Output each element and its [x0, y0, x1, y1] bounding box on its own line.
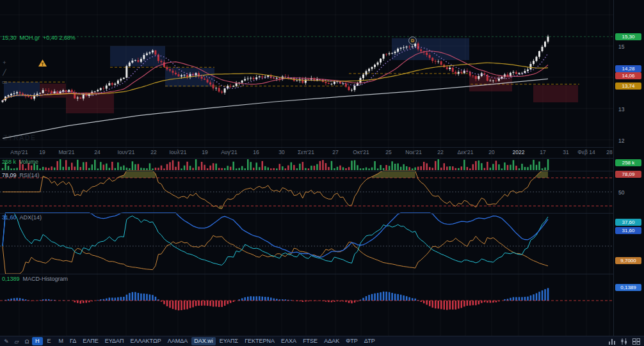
chart-canvas[interactable] — [0, 0, 613, 336]
time-axis-label: 19 — [202, 149, 207, 155]
bottom-toolbar: ✎▱Ω ΗΕΜ ΓΔΕΛΠΕΕΥΔΑΠΕΛΛΑΚΤΩΡΛΑΜΔΑDAX.wiΕΥ… — [0, 336, 644, 346]
time-axis-label: Μαι'21 — [59, 149, 75, 155]
macd-badge: 0,1389 — [615, 284, 641, 291]
candlestick-icon[interactable] — [620, 338, 628, 345]
time-axis-label: 28 — [606, 149, 612, 155]
time-axis-label: 22 — [437, 149, 443, 155]
drawing-tools-group: ✎▱Ω — [2, 338, 31, 345]
rsi-tick-50: 50 — [618, 189, 624, 196]
time-axis-label: Απρ'21 — [10, 149, 28, 155]
pencil-icon[interactable]: ✎ — [2, 338, 11, 345]
adx-legend[interactable]: 31,60 ADX(14) — [2, 214, 42, 221]
time-axis-label: Αυγ'21 — [221, 149, 237, 155]
ztrade-chart-window: +╱▭ 15,30 MOH.gr +0,40 2,68% 258 k Volum… — [0, 0, 644, 346]
symbol-label: MOH.gr — [20, 35, 40, 41]
time-axis-label: 17 — [540, 149, 545, 155]
bar-chart-icon[interactable] — [608, 338, 616, 345]
time-axis-label: Ιουλ'21 — [169, 149, 186, 155]
timeframe-button-Μ[interactable]: Μ — [56, 337, 67, 345]
adx-badge-37,60: 37,60 — [615, 219, 641, 226]
watchlist-tab-ΓΕΚΤΕΡΝΑ[interactable]: ΓΕΚΤΕΡΝΑ — [242, 337, 277, 345]
price-badge-15,30: 15,30 — [615, 33, 641, 40]
price-badge-13,74: 13,74 — [615, 83, 641, 90]
watchlist-tab-FTSE[interactable]: FTSE — [300, 337, 320, 345]
time-axis-label: 16 — [253, 149, 259, 155]
time-axis-label: 22 — [150, 149, 156, 155]
time-axis-label: Σεπ'21 — [298, 149, 314, 155]
volume-legend[interactable]: 258 k Volume — [2, 159, 38, 165]
price-badge-14,28: 14,28 — [615, 65, 641, 72]
macd-legend[interactable]: 0,1389 MACD-Histogram — [2, 276, 68, 282]
omega-icon[interactable]: Ω — [22, 338, 31, 345]
time-axis-label: 31 — [563, 149, 568, 155]
watchlist-tab-ΕΛΛΑΚΤΩΡ[interactable]: ΕΛΛΑΚΤΩΡ — [128, 337, 164, 345]
watchlist-tab-ΔΤΡ[interactable]: ΔΤΡ — [362, 337, 378, 345]
watchlist-tab-ΕΛΠΕ[interactable]: ΕΛΠΕ — [80, 337, 101, 345]
adx-name: ADX(14) — [20, 214, 42, 221]
time-axis-label: 24 — [94, 149, 100, 155]
watchlist-tab-ΓΔ[interactable]: ΓΔ — [67, 337, 79, 345]
adx-badge-31,60: 31,60 — [615, 227, 641, 234]
eraser-icon[interactable]: ▱ — [12, 338, 21, 345]
time-axis-label: Ιουν'21 — [117, 149, 134, 155]
time-axis-label: 20 — [488, 149, 494, 155]
last-price-value: 15,30 — [2, 35, 17, 41]
watchlist-tab-ΕΥΑΠΣ[interactable]: ΕΥΑΠΣ — [217, 337, 241, 345]
watchlist-tab-ΦΤΡ[interactable]: ΦΤΡ — [343, 337, 360, 345]
price-tick-13: 13 — [618, 106, 624, 113]
left-drawing-toolbar: +╱▭ — [1, 59, 8, 86]
price-axis[interactable]: 15131215,3014,2814,0613,74258 k78,095037… — [613, 0, 644, 336]
watchlist-tabs-group: ΓΔΕΛΠΕΕΥΔΑΠΕΛΛΑΚΤΩΡΛΑΜΔΑDAX.wiΕΥΑΠΣΓΕΚΤΕ… — [67, 337, 378, 345]
macd-value: 0,1389 — [2, 276, 20, 282]
price-change-label: +0,40 2,68% — [43, 35, 76, 41]
layout-grid-icon[interactable] — [632, 338, 640, 345]
rsi-value: 78,09 — [2, 172, 17, 178]
time-axis-label: Δεκ'21 — [458, 149, 474, 155]
adx-value: 31,60 — [2, 214, 17, 221]
time-axis[interactable]: Απρ'2119Μαι'2124Ιουν'2122Ιουλ'2119Αυγ'21… — [0, 147, 613, 158]
time-axis-label: Οκτ'21 — [353, 149, 369, 155]
time-axis-label: Φεβ 14 — [577, 149, 595, 155]
rectangle-tool-icon[interactable]: ▭ — [1, 78, 8, 86]
price-legend[interactable]: 15,30 MOH.gr +0,40 2,68% — [2, 35, 76, 41]
timeframe-button-Ε[interactable]: Ε — [44, 337, 54, 345]
dividend-marker[interactable]: D — [408, 36, 417, 45]
watchlist-tab-ΕΛΧΑ[interactable]: ΕΛΧΑ — [278, 337, 299, 345]
watchlist-tab-ΕΥΔΑΠ[interactable]: ΕΥΔΑΠ — [102, 337, 127, 345]
volume-name: Volume — [19, 159, 38, 165]
rsi-name: RSI(14) — [20, 172, 40, 178]
adx-badge-9,7000: 9,7000 — [615, 257, 641, 264]
trendline-icon[interactable]: ╱ — [1, 68, 8, 76]
time-axis-label: Νοε'21 — [405, 149, 422, 155]
price-tick-12: 12 — [618, 138, 624, 144]
crosshair-icon[interactable]: + — [1, 59, 8, 67]
time-axis-label: 30 — [278, 149, 284, 155]
watchlist-tab-DAX.wi[interactable]: DAX.wi — [191, 337, 216, 345]
watchlist-tab-ΑΔΑΚ[interactable]: ΑΔΑΚ — [321, 337, 342, 345]
macd-name: MACD-Histogram — [23, 276, 68, 282]
timeframe-button-Η[interactable]: Η — [32, 337, 43, 345]
price-tick-15: 15 — [618, 43, 624, 50]
time-axis-label: 25 — [385, 149, 391, 155]
rsi-legend[interactable]: 78,09 RSI(14) — [2, 172, 40, 178]
time-axis-label: 27 — [332, 149, 338, 155]
timeframe-group: ΗΕΜ — [32, 337, 67, 345]
time-axis-label: 19 — [39, 149, 45, 155]
rsi-badge: 78,09 — [615, 171, 641, 178]
volume-value: 258 k — [2, 159, 16, 165]
watchlist-tab-ΛΑΜΔΑ[interactable]: ΛΑΜΔΑ — [165, 337, 191, 345]
chart-type-icons-group — [608, 338, 642, 345]
price-badge-14,06: 14,06 — [615, 72, 641, 79]
watermark: ZTRADE — [3, 134, 36, 141]
time-axis-label: 2022 — [513, 149, 525, 155]
volume-badge: 258 k — [615, 159, 641, 166]
